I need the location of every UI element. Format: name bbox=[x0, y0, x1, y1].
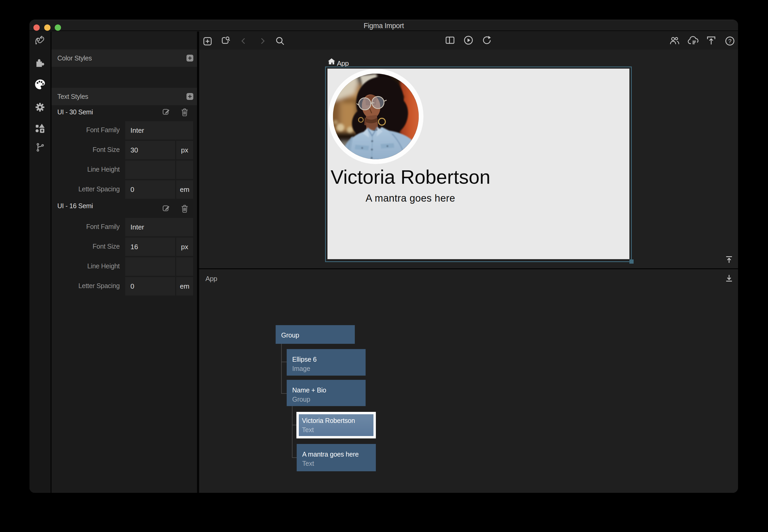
svg-text:?: ? bbox=[728, 38, 731, 44]
